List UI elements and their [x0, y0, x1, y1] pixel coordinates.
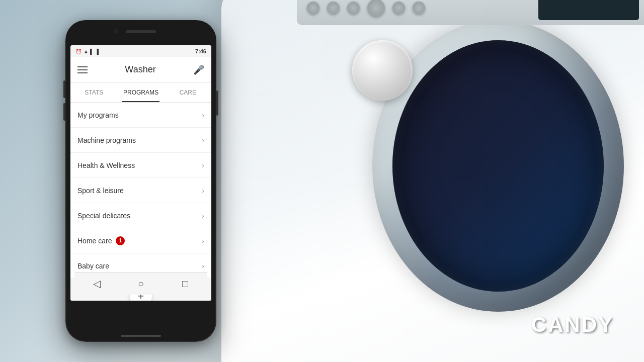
list-item[interactable]: Health & Wellness ›	[70, 153, 211, 178]
bottom-nav: ◁ ○ □	[74, 272, 207, 295]
phone-screen: ⏰ ▲ ▌ ▐ 7:46 Washer 🎤	[70, 45, 211, 301]
battery-icon: ▐	[95, 49, 99, 54]
panel-button-4	[367, 0, 385, 17]
chevron-down-icon: ›	[202, 237, 204, 245]
hamburger-line-2	[77, 69, 88, 70]
program-list: My programs › Machine programs › Health …	[70, 103, 211, 301]
program-label-machine-programs: Machine programs	[77, 136, 136, 144]
program-label-health-wellness: Health & Wellness	[77, 161, 135, 169]
panel-display	[538, 0, 639, 20]
phone-shell: ⏰ ▲ ▌ ▐ 7:46 Washer 🎤	[65, 20, 216, 342]
chevron-down-icon: ›	[202, 161, 204, 169]
app-title: Washer	[88, 64, 193, 75]
tab-care[interactable]: CARE	[165, 82, 211, 102]
home-button[interactable]: ○	[131, 274, 151, 294]
chevron-down-icon: ›	[202, 187, 204, 195]
recents-button[interactable]: □	[175, 274, 195, 294]
front-camera	[113, 29, 118, 34]
volume-up-button	[63, 80, 65, 98]
tab-bar: STATS PROGRAMS CARE	[70, 82, 211, 103]
back-button[interactable]: ◁	[87, 274, 107, 294]
phone-speaker	[126, 30, 156, 33]
status-icons: ▲ ▌ ▐	[84, 49, 99, 54]
menu-button[interactable]	[77, 66, 88, 73]
list-item[interactable]: Home care 1 ›	[70, 228, 211, 253]
tab-stats[interactable]: STATS	[70, 82, 117, 102]
list-item[interactable]: My programs ›	[70, 103, 211, 128]
candy-logo: CANDY	[531, 313, 614, 337]
phone-container: ⏰ ▲ ▌ ▐ 7:46 Washer 🎤	[65, 20, 216, 342]
mic-icon[interactable]: 🎤	[193, 64, 204, 75]
power-button	[216, 90, 218, 116]
chevron-down-icon: ›	[202, 136, 204, 144]
program-label-my-programs: My programs	[77, 111, 119, 119]
washer-knob	[352, 40, 413, 101]
tab-programs[interactable]: PROGRAMS	[117, 82, 164, 102]
chevron-down-icon: ›	[202, 111, 204, 119]
hamburger-line-3	[77, 72, 88, 73]
program-label-sport-leisure: Sport & leisure	[77, 187, 124, 195]
notification-badge: 1	[116, 236, 125, 245]
washer-panel	[297, 0, 644, 25]
washer-background	[221, 0, 644, 362]
signal-icon: ▌	[90, 49, 94, 54]
status-time: 7:46	[195, 48, 206, 54]
washer-door-inner	[392, 40, 604, 292]
phone-inner-shell: ⏰ ▲ ▌ ▐ 7:46 Washer 🎤	[66, 21, 215, 341]
hamburger-line-1	[77, 66, 88, 67]
list-item[interactable]: Machine programs ›	[70, 128, 211, 153]
panel-button-1	[307, 2, 319, 14]
panel-button-6	[413, 2, 425, 14]
panel-button-2	[327, 2, 340, 14]
app-header: Washer 🎤	[70, 57, 211, 82]
volume-down-button	[63, 103, 65, 121]
program-label-home-care: Home care 1	[77, 236, 125, 245]
chevron-down-icon: ›	[202, 212, 204, 220]
panel-button-3	[347, 2, 360, 14]
list-item[interactable]: Special delicates ›	[70, 203, 211, 228]
panel-button-5	[392, 2, 405, 14]
program-label-special-delicates: Special delicates	[77, 212, 130, 220]
status-bar: ⏰ ▲ ▌ ▐ 7:46	[70, 45, 211, 57]
home-indicator	[121, 335, 161, 337]
program-label-baby-care: Baby care	[77, 262, 109, 270]
list-item[interactable]: Sport & leisure ›	[70, 178, 211, 203]
chevron-down-icon: ›	[202, 262, 204, 270]
status-alarm-icon: ⏰	[75, 49, 82, 54]
wifi-icon: ▲	[84, 49, 89, 54]
